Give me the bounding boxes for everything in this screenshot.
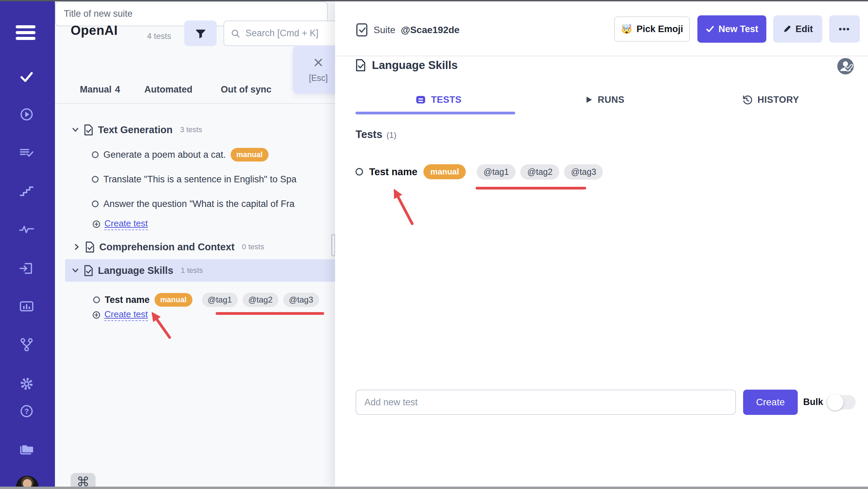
test-status-circle: [92, 176, 99, 183]
edit-button[interactable]: Edit: [773, 15, 822, 43]
suite-row-comprehension[interactable]: Comprehension and Context 0 tests: [73, 237, 264, 256]
tag-pill: @tag1: [477, 164, 516, 180]
suite-check-icon: [356, 23, 368, 37]
suite-row-language-skills[interactable]: Language Skills 1 tests: [72, 261, 203, 280]
test-status-circle: [92, 151, 99, 158]
svg-text:?: ?: [24, 407, 29, 416]
ellipsis-icon: •••: [839, 24, 850, 34]
pick-emoji-button[interactable]: 🤯 Pick Emoji: [614, 16, 690, 42]
manual-badge: manual: [155, 293, 192, 307]
tag-pill: @tag2: [520, 164, 559, 180]
tests-list-icon: [415, 94, 426, 105]
create-test-link[interactable]: Create test: [92, 216, 148, 232]
filter-button[interactable]: [184, 20, 217, 46]
help-circle-icon[interactable]: ?: [19, 403, 34, 419]
tag-pill: @tag3: [283, 293, 319, 307]
manual-badge: manual: [423, 164, 466, 179]
esc-hint: [Esc]: [309, 73, 328, 83]
suite-title: Language Skills: [372, 59, 458, 72]
toggle-knob: [827, 394, 843, 410]
app-sidebar: ?: [0, 1, 55, 489]
funnel-icon: [195, 28, 206, 39]
pencil-icon: [783, 25, 792, 33]
doc-check-icon: [356, 59, 366, 72]
settings-gear-icon[interactable]: [19, 376, 34, 392]
suite-doc-icon: [85, 241, 95, 253]
play-icon: [584, 95, 593, 104]
suite-count: 0 tests: [242, 242, 264, 251]
tab-runs[interactable]: RUNS: [521, 88, 687, 111]
command-icon: ⌘: [77, 475, 90, 488]
project-tests-count: 4 tests: [147, 31, 171, 41]
tab-out-of-sync[interactable]: Out of sync: [221, 84, 272, 95]
bulk-label: Bulk: [803, 397, 823, 407]
suites-panel: OpenAI 4 tests [Esc] Manual4 Automated O…: [55, 1, 335, 489]
tag-pill: @tag2: [243, 293, 278, 307]
tests-heading: Tests (1): [356, 128, 396, 141]
folder-icon[interactable]: [19, 442, 34, 457]
close-icon: [313, 57, 324, 68]
search-box[interactable]: [223, 20, 335, 46]
scrollbar-thumb[interactable]: [331, 234, 335, 256]
check-icon: [706, 25, 714, 33]
detail-tabs: TESTS RUNS HISTORY: [356, 88, 853, 111]
header-divider: [335, 56, 868, 56]
chevron-down-icon[interactable]: [72, 267, 79, 274]
new-test-button[interactable]: New Test: [697, 15, 766, 43]
tab-tests[interactable]: TESTS: [356, 88, 521, 111]
suite-count: 1 tests: [181, 266, 203, 275]
suite-label: Language Skills: [98, 265, 173, 276]
suite-doc-icon: [84, 124, 93, 136]
emoji-icon: 🤯: [621, 24, 633, 34]
create-test-link[interactable]: Create test: [92, 307, 148, 323]
assignee-avatar-icon[interactable]: [837, 57, 854, 75]
tab-history[interactable]: HISTORY: [687, 88, 853, 111]
bulk-toggle[interactable]: [826, 395, 856, 409]
tests-check-icon[interactable]: [19, 69, 34, 84]
suite-detail-panel: Suite @Scae192de 🤯 Pick Emoji New Test E…: [335, 1, 868, 489]
test-row[interactable]: Answer the question "What is the capital…: [92, 194, 294, 213]
suite-label: Text Generation: [98, 124, 173, 136]
test-row[interactable]: Translate "This is a sentence in English…: [92, 170, 296, 189]
history-clock-icon: [741, 94, 753, 106]
tag-pill: @tag1: [202, 293, 238, 307]
search-icon: [231, 28, 240, 39]
window-top-edge: [0, 0, 868, 1]
test-status-circle: [356, 168, 363, 176]
more-options-button[interactable]: •••: [829, 15, 860, 43]
steps-icon[interactable]: [19, 184, 34, 200]
test-row[interactable]: Generate a poem about a cat. manual: [92, 145, 269, 164]
close-panel-button[interactable]: [Esc]: [293, 45, 335, 94]
create-button[interactable]: Create: [743, 390, 798, 415]
import-icon[interactable]: [19, 261, 34, 276]
bar-chart-icon[interactable]: [19, 298, 34, 314]
chevron-down-icon[interactable]: [72, 126, 79, 134]
list-check-icon[interactable]: [19, 145, 34, 161]
search-input[interactable]: [245, 28, 335, 39]
add-new-test-input[interactable]: [356, 390, 736, 415]
suite-doc-icon: [84, 265, 93, 276]
plus-circle-icon: [92, 220, 100, 228]
suite-row-text-generation[interactable]: Text Generation 3 tests: [72, 120, 202, 139]
suite-label: Suite: [374, 25, 395, 36]
window-bottom-edge: [0, 487, 868, 489]
activity-pulse-icon[interactable]: [19, 222, 34, 237]
manual-badge: manual: [231, 148, 269, 162]
suite-id: @Scae192de: [401, 25, 460, 36]
test-status-circle: [92, 200, 99, 207]
active-tab-underline: [356, 112, 515, 114]
suite-count: 3 tests: [180, 125, 202, 134]
tag-pill: @tag3: [564, 164, 603, 180]
tab-manual[interactable]: Manual4: [80, 84, 120, 95]
project-title: OpenAI: [71, 23, 118, 38]
menu-icon[interactable]: [16, 24, 38, 41]
plus-circle-icon: [92, 311, 100, 319]
suite-label: Comprehension and Context: [99, 241, 234, 253]
tab-automated[interactable]: Automated: [144, 84, 192, 95]
play-circle-icon[interactable]: [19, 107, 34, 122]
git-branch-icon[interactable]: [19, 337, 34, 353]
test-row-test-name[interactable]: Test name manual @tag1 @tag2 @tag3: [356, 162, 603, 181]
chevron-right-icon[interactable]: [73, 243, 81, 251]
tabs-divider: [55, 103, 335, 104]
test-status-circle: [93, 296, 100, 303]
